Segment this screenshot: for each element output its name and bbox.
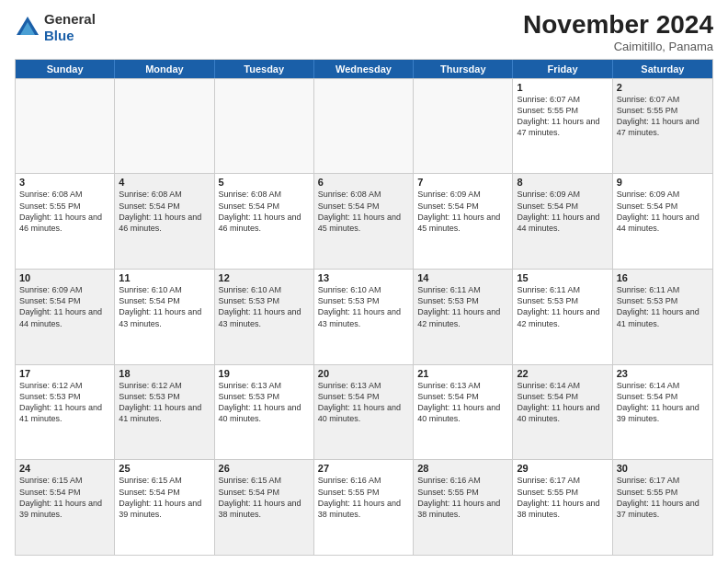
cal-cell: 9Sunrise: 6:09 AM Sunset: 5:54 PM Daylig… [613, 174, 712, 269]
cal-cell: 25Sunrise: 6:15 AM Sunset: 5:54 PM Dayli… [115, 460, 214, 555]
day-info: Sunrise: 6:09 AM Sunset: 5:54 PM Dayligh… [517, 189, 608, 234]
cal-cell: 29Sunrise: 6:17 AM Sunset: 5:55 PM Dayli… [513, 460, 612, 555]
cal-cell: 18Sunrise: 6:12 AM Sunset: 5:53 PM Dayli… [115, 365, 214, 460]
cal-cell: 6Sunrise: 6:08 AM Sunset: 5:54 PM Daylig… [314, 174, 414, 269]
day-number: 21 [417, 368, 508, 379]
day-info: Sunrise: 6:07 AM Sunset: 5:55 PM Dayligh… [617, 94, 709, 139]
cal-cell: 23Sunrise: 6:14 AM Sunset: 5:54 PM Dayli… [613, 365, 712, 460]
header-day-friday: Friday [513, 60, 612, 78]
day-info: Sunrise: 6:16 AM Sunset: 5:55 PM Dayligh… [417, 475, 508, 520]
cal-cell: 19Sunrise: 6:13 AM Sunset: 5:53 PM Dayli… [215, 365, 314, 460]
day-info: Sunrise: 6:10 AM Sunset: 5:54 PM Dayligh… [119, 284, 210, 329]
week-row-2: 3Sunrise: 6:08 AM Sunset: 5:55 PM Daylig… [16, 173, 712, 269]
day-info: Sunrise: 6:11 AM Sunset: 5:53 PM Dayligh… [617, 284, 709, 329]
cal-cell: 17Sunrise: 6:12 AM Sunset: 5:53 PM Dayli… [16, 365, 115, 460]
day-info: Sunrise: 6:15 AM Sunset: 5:54 PM Dayligh… [19, 475, 110, 520]
day-info: Sunrise: 6:13 AM Sunset: 5:53 PM Dayligh… [219, 380, 310, 425]
day-number: 16 [617, 272, 709, 283]
day-number: 29 [517, 463, 608, 474]
day-info: Sunrise: 6:17 AM Sunset: 5:55 PM Dayligh… [617, 475, 709, 520]
day-number: 26 [219, 463, 310, 474]
day-number: 27 [318, 463, 409, 474]
header: General Blue November 2024 Caimitillo, P… [15, 11, 713, 53]
header-day-sunday: Sunday [16, 60, 115, 78]
week-row-5: 24Sunrise: 6:15 AM Sunset: 5:54 PM Dayli… [16, 459, 712, 555]
cal-cell: 4Sunrise: 6:08 AM Sunset: 5:54 PM Daylig… [115, 174, 214, 269]
cal-cell: 13Sunrise: 6:10 AM Sunset: 5:53 PM Dayli… [314, 270, 414, 364]
week-row-4: 17Sunrise: 6:12 AM Sunset: 5:53 PM Dayli… [16, 364, 712, 460]
day-info: Sunrise: 6:14 AM Sunset: 5:54 PM Dayligh… [517, 380, 608, 425]
cal-cell: 3Sunrise: 6:08 AM Sunset: 5:55 PM Daylig… [16, 174, 115, 269]
cal-cell: 22Sunrise: 6:14 AM Sunset: 5:54 PM Dayli… [513, 365, 612, 460]
day-info: Sunrise: 6:08 AM Sunset: 5:54 PM Dayligh… [318, 189, 409, 234]
header-day-wednesday: Wednesday [314, 60, 414, 78]
day-number: 13 [318, 272, 409, 283]
day-number: 30 [617, 463, 709, 474]
day-info: Sunrise: 6:15 AM Sunset: 5:54 PM Dayligh… [219, 475, 310, 520]
cal-cell [16, 79, 115, 174]
day-number: 1 [517, 82, 608, 93]
day-info: Sunrise: 6:07 AM Sunset: 5:55 PM Dayligh… [517, 94, 608, 139]
cal-cell: 16Sunrise: 6:11 AM Sunset: 5:53 PM Dayli… [613, 270, 712, 364]
cal-cell: 5Sunrise: 6:08 AM Sunset: 5:54 PM Daylig… [215, 174, 314, 269]
cal-cell: 24Sunrise: 6:15 AM Sunset: 5:54 PM Dayli… [16, 460, 115, 555]
header-day-tuesday: Tuesday [215, 60, 314, 78]
day-info: Sunrise: 6:08 AM Sunset: 5:55 PM Dayligh… [19, 189, 110, 234]
day-info: Sunrise: 6:08 AM Sunset: 5:54 PM Dayligh… [219, 189, 310, 234]
cal-cell [115, 79, 214, 174]
day-number: 7 [417, 177, 508, 188]
header-day-saturday: Saturday [613, 60, 712, 78]
day-number: 28 [417, 463, 508, 474]
cal-cell [215, 79, 314, 174]
day-number: 14 [417, 272, 508, 283]
day-info: Sunrise: 6:13 AM Sunset: 5:54 PM Dayligh… [318, 380, 409, 425]
day-info: Sunrise: 6:10 AM Sunset: 5:53 PM Dayligh… [219, 284, 310, 329]
cal-cell: 28Sunrise: 6:16 AM Sunset: 5:55 PM Dayli… [414, 460, 513, 555]
week-row-1: 1Sunrise: 6:07 AM Sunset: 5:55 PM Daylig… [16, 78, 712, 174]
page: General Blue November 2024 Caimitillo, P… [0, 0, 728, 563]
day-number: 17 [19, 368, 110, 379]
cal-cell: 21Sunrise: 6:13 AM Sunset: 5:54 PM Dayli… [414, 365, 513, 460]
day-number: 4 [119, 177, 210, 188]
cal-cell: 27Sunrise: 6:16 AM Sunset: 5:55 PM Dayli… [314, 460, 414, 555]
cal-cell: 15Sunrise: 6:11 AM Sunset: 5:53 PM Dayli… [513, 270, 612, 364]
cal-cell: 1Sunrise: 6:07 AM Sunset: 5:55 PM Daylig… [513, 79, 612, 174]
location-subtitle: Caimitillo, Panama [523, 40, 713, 53]
day-info: Sunrise: 6:17 AM Sunset: 5:55 PM Dayligh… [517, 475, 608, 520]
logo-text: General Blue [44, 11, 96, 44]
day-number: 6 [318, 177, 409, 188]
day-info: Sunrise: 6:11 AM Sunset: 5:53 PM Dayligh… [517, 284, 608, 329]
day-info: Sunrise: 6:12 AM Sunset: 5:53 PM Dayligh… [19, 380, 110, 425]
logo-general: General [44, 11, 96, 27]
day-number: 11 [119, 272, 210, 283]
cal-cell: 10Sunrise: 6:09 AM Sunset: 5:54 PM Dayli… [16, 270, 115, 364]
day-info: Sunrise: 6:09 AM Sunset: 5:54 PM Dayligh… [417, 189, 508, 234]
day-number: 2 [617, 82, 709, 93]
day-info: Sunrise: 6:14 AM Sunset: 5:54 PM Dayligh… [617, 380, 709, 425]
logo: General Blue [15, 11, 96, 44]
day-number: 23 [617, 368, 709, 379]
day-number: 15 [517, 272, 608, 283]
week-row-3: 10Sunrise: 6:09 AM Sunset: 5:54 PM Dayli… [16, 269, 712, 364]
cal-cell [414, 79, 513, 174]
header-day-thursday: Thursday [414, 60, 513, 78]
day-info: Sunrise: 6:10 AM Sunset: 5:53 PM Dayligh… [318, 284, 409, 329]
cal-cell: 20Sunrise: 6:13 AM Sunset: 5:54 PM Dayli… [314, 365, 414, 460]
day-info: Sunrise: 6:08 AM Sunset: 5:54 PM Dayligh… [119, 189, 210, 234]
day-info: Sunrise: 6:15 AM Sunset: 5:54 PM Dayligh… [119, 475, 210, 520]
cal-cell: 8Sunrise: 6:09 AM Sunset: 5:54 PM Daylig… [513, 174, 612, 269]
day-number: 19 [219, 368, 310, 379]
day-number: 25 [119, 463, 210, 474]
day-number: 20 [318, 368, 409, 379]
cal-cell: 2Sunrise: 6:07 AM Sunset: 5:55 PM Daylig… [613, 79, 712, 174]
day-info: Sunrise: 6:09 AM Sunset: 5:54 PM Dayligh… [617, 189, 709, 234]
title-block: November 2024 Caimitillo, Panama [523, 11, 713, 53]
month-title: November 2024 [523, 11, 713, 40]
header-day-monday: Monday [115, 60, 214, 78]
logo-blue: Blue [44, 28, 74, 43]
day-number: 18 [119, 368, 210, 379]
cal-cell: 12Sunrise: 6:10 AM Sunset: 5:53 PM Dayli… [215, 270, 314, 364]
day-info: Sunrise: 6:16 AM Sunset: 5:55 PM Dayligh… [318, 475, 409, 520]
day-info: Sunrise: 6:11 AM Sunset: 5:53 PM Dayligh… [417, 284, 508, 329]
calendar-body: 1Sunrise: 6:07 AM Sunset: 5:55 PM Daylig… [16, 78, 712, 555]
